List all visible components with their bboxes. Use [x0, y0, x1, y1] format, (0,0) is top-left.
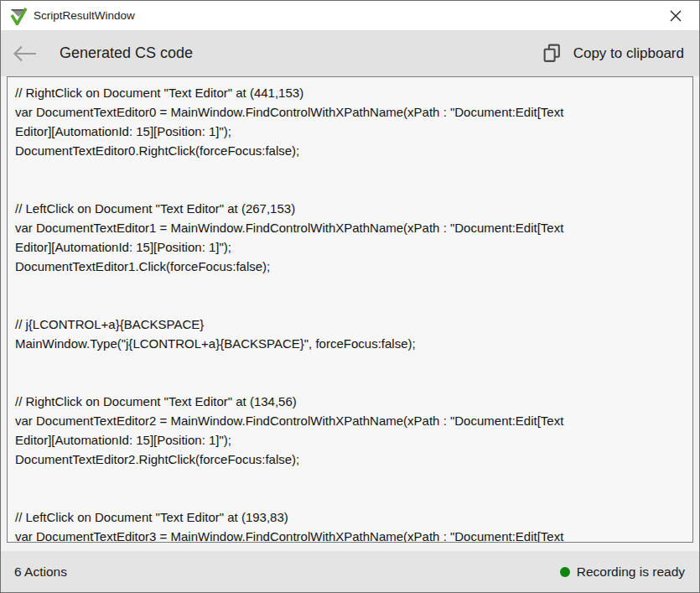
generated-code-text: // RightClick on Document "Text Editor" … [15, 83, 687, 543]
title-bar: ScriptResultWindow [1, 1, 699, 30]
script-result-window: ScriptResultWindow Generated CS code Cop… [0, 0, 700, 593]
main-area: // RightClick on Document "Text Editor" … [1, 76, 699, 551]
app-logo-icon [9, 7, 28, 25]
recording-status: Recording is ready [560, 564, 685, 580]
actions-count: 6 Actions [14, 564, 67, 580]
status-bar: 6 Actions Recording is ready [1, 551, 699, 592]
back-button[interactable] [13, 39, 48, 69]
generated-code-panel[interactable]: // RightClick on Document "Text Editor" … [7, 76, 693, 543]
close-button[interactable] [662, 3, 689, 29]
close-icon [670, 10, 682, 22]
copy-icon [542, 43, 563, 64]
back-arrow-icon [13, 44, 38, 63]
green-status-dot-icon [560, 567, 570, 577]
header-bar: Generated CS code Copy to clipboard [1, 30, 699, 76]
recording-status-label: Recording is ready [577, 564, 685, 580]
window-title: ScriptResultWindow [34, 9, 662, 22]
copy-button-label: Copy to clipboard [573, 45, 684, 62]
copy-to-clipboard-button[interactable]: Copy to clipboard [542, 39, 684, 67]
page-title: Generated CS code [60, 44, 542, 62]
